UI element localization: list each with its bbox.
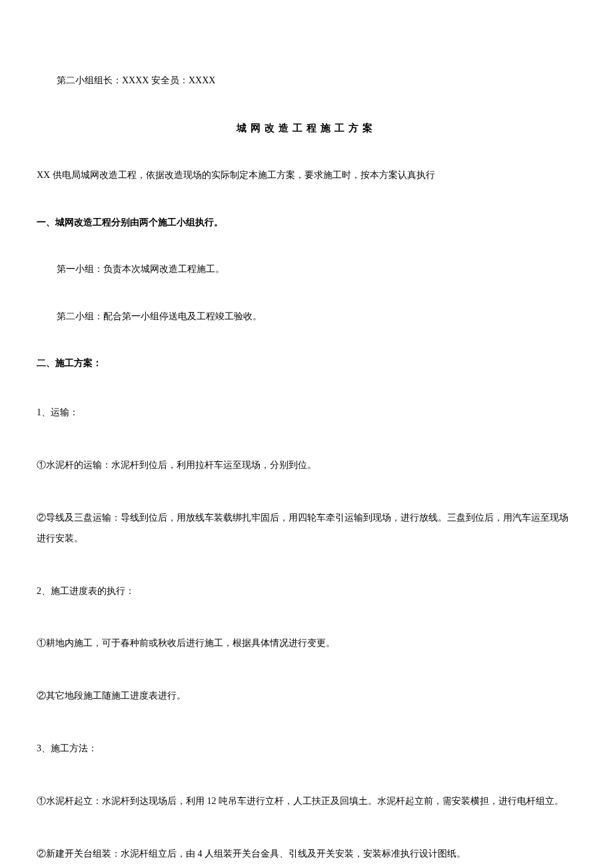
section-2-sub1-p2: ②导线及三盘运输：导线到位后，用放线车装载绑扎牢固后，用四轮车牵引运输到现场，进… (37, 508, 576, 549)
section-1-heading: 一、城网改造工程分别由两个施工小组执行。 (37, 215, 576, 230)
section-2-sub1-heading: 1、运输： (37, 403, 576, 423)
header-line: 第二小组组长：XXXX 安全员：XXXX (37, 73, 576, 88)
section-2-sub3-p1: ①水泥杆起立：水泥杆到达现场后，利用 12 吨吊车进行立杆，人工扶正及回填土。水… (37, 791, 576, 812)
section-2-sub1-p1: ①水泥杆的运输：水泥杆到位后，利用拉杆车运至现场，分别到位。 (37, 455, 576, 476)
section-2-sub3-p2: ②新建开关台组装：水泥杆组立后，由 4 人组装开关台金具、引线及开关安装，安装标… (37, 844, 576, 865)
safety-officer-label: 安全员： (149, 75, 189, 85)
section-1-item-1: 第一小组：负责本次城网改造工程施工。 (37, 262, 576, 277)
section-1-item-2: 第二小组：配合第一小组停送电及工程竣工验收。 (37, 309, 576, 324)
group-leader-value: XXXX (122, 75, 149, 85)
document-title: 城网改造工程施工方案 (37, 120, 576, 136)
section-2-sub2-p2: ②其它地段施工随施工进度表进行。 (37, 686, 576, 707)
section-2-sub2-p1: ①耕地内施工，可于春种前或秋收后进行施工，根据具体情况进行变更。 (37, 633, 576, 654)
section-2-sub3-heading: 3、施工方法： (37, 739, 576, 759)
intro-paragraph: XX 供电局城网改造工程，依据改造现场的实际制定本施工方案，要求施工时，按本方案… (37, 168, 576, 183)
safety-officer-value: XXXX (189, 75, 215, 85)
section-2-heading: 二、施工方案： (37, 356, 576, 371)
section-2-sub2-heading: 2、施工进度表的执行： (37, 581, 576, 602)
group-leader-label: 第二小组组长： (57, 75, 122, 85)
